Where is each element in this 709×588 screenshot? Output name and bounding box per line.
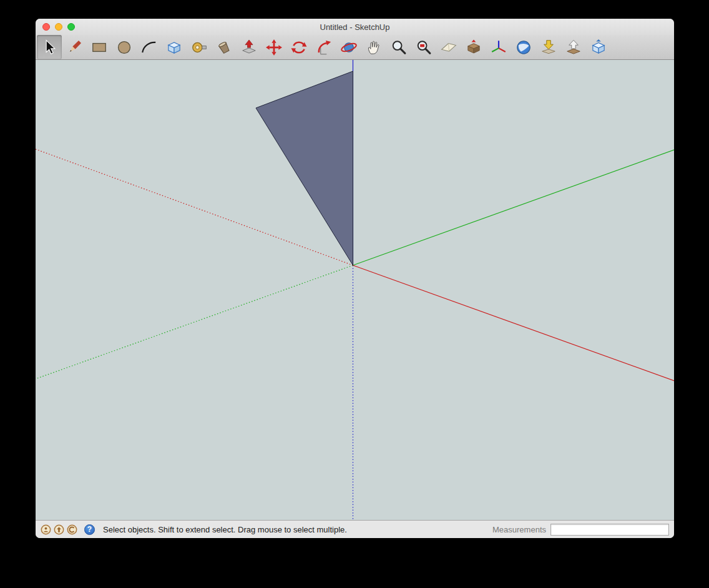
line-icon xyxy=(66,39,83,56)
tool-paint-bucket-button[interactable] xyxy=(212,35,237,59)
zoom-button[interactable] xyxy=(67,23,75,31)
tool-rectangle-button[interactable] xyxy=(87,35,112,59)
tape-measure-icon xyxy=(190,39,208,56)
tool-circle-button[interactable] xyxy=(112,35,137,59)
status-bar: ? Select objects. Shift to extend select… xyxy=(36,520,674,538)
select-icon xyxy=(41,39,58,56)
tool-add-location-button[interactable] xyxy=(461,35,486,59)
tool-zoom-extents-button[interactable] xyxy=(411,35,436,59)
axis-green-solid xyxy=(353,150,675,265)
get-models-icon xyxy=(590,39,607,56)
zoom-icon xyxy=(390,39,408,56)
canvas-svg xyxy=(36,60,674,520)
status-message: Select objects. Shift to extend select. … xyxy=(103,525,347,534)
circle-icon xyxy=(115,39,133,56)
place-model-icon xyxy=(565,39,582,56)
drawn-face[interactable] xyxy=(256,71,353,265)
paint-bucket-icon xyxy=(215,39,233,56)
window-title: Untitled - SketchUp xyxy=(320,22,390,32)
google-earth-icon xyxy=(515,39,532,56)
tool-line-button[interactable] xyxy=(62,35,87,59)
tool-section-plane-button[interactable] xyxy=(436,35,461,59)
help-icon[interactable]: ? xyxy=(84,524,95,535)
traffic-lights xyxy=(42,23,75,31)
tool-rotate-button[interactable] xyxy=(286,35,311,59)
sketchup-window: Untitled - SketchUp xyxy=(36,19,674,538)
measurements-area: Measurements xyxy=(492,524,669,536)
get-current-view-icon xyxy=(540,39,557,56)
tool-push-pull-button[interactable] xyxy=(237,35,262,59)
titlebar[interactable]: Untitled - SketchUp xyxy=(36,19,674,35)
tool-get-models-button[interactable] xyxy=(586,35,611,59)
close-button[interactable] xyxy=(42,23,50,31)
add-location-icon xyxy=(465,39,482,56)
help-glyph: ? xyxy=(87,525,92,534)
arc-icon xyxy=(140,39,158,56)
zoom-extents-icon xyxy=(415,39,433,56)
axes-icon xyxy=(490,39,507,56)
measurements-label: Measurements xyxy=(492,525,546,534)
axis-green-dotted xyxy=(36,265,353,379)
axis-red-solid xyxy=(353,265,675,381)
toolbar xyxy=(36,35,674,60)
person-medallion-icon[interactable] xyxy=(41,524,51,535)
tool-move-button[interactable] xyxy=(262,35,286,59)
push-pull-icon xyxy=(240,39,258,56)
tool-google-earth-button[interactable] xyxy=(511,35,536,59)
make-component-icon xyxy=(165,39,183,56)
drawing-canvas[interactable] xyxy=(36,60,674,520)
offset-icon xyxy=(315,39,333,56)
tool-axes-button[interactable] xyxy=(486,35,511,59)
tool-pan-button[interactable] xyxy=(361,35,386,59)
g-medallion-icon[interactable] xyxy=(67,524,77,535)
tool-place-model-button[interactable] xyxy=(561,35,586,59)
tool-arc-button[interactable] xyxy=(137,35,162,59)
measurements-input[interactable] xyxy=(550,524,669,536)
tool-offset-button[interactable] xyxy=(311,35,336,59)
minimize-button[interactable] xyxy=(55,23,62,31)
rectangle-icon xyxy=(90,39,108,56)
orbit-icon xyxy=(340,39,358,56)
desktop-background: Untitled - SketchUp xyxy=(0,0,709,588)
section-plane-icon xyxy=(440,39,457,56)
tool-zoom-button[interactable] xyxy=(386,35,411,59)
tool-tape-measure-button[interactable] xyxy=(187,35,212,59)
tool-select-button[interactable] xyxy=(37,35,62,59)
pan-icon xyxy=(365,39,383,56)
tool-make-component-button[interactable] xyxy=(162,35,187,59)
move-icon xyxy=(265,39,283,56)
rotate-icon xyxy=(290,39,308,56)
up-arrow-medallion-icon[interactable] xyxy=(54,524,64,535)
tool-get-current-view-button[interactable] xyxy=(536,35,561,59)
tool-orbit-button[interactable] xyxy=(336,35,361,59)
